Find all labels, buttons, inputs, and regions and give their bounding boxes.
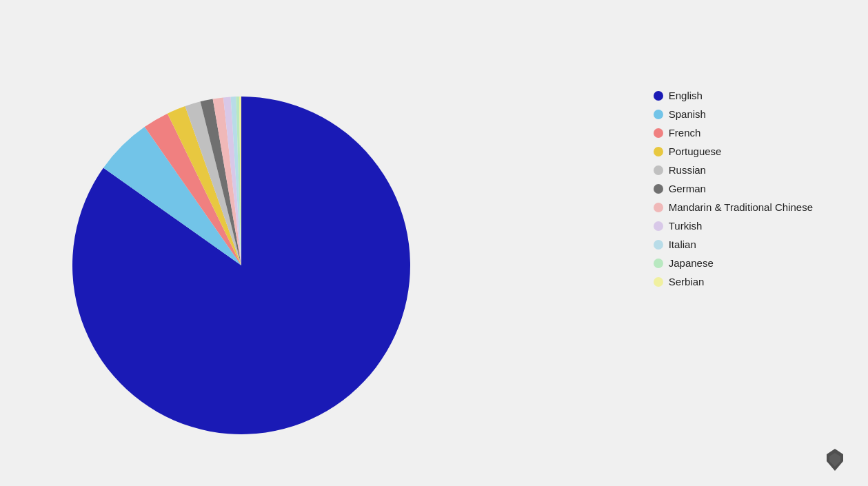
legend-label: German <box>669 183 706 194</box>
legend-area: EnglishSpanishFrenchPortugueseRussianGer… <box>654 90 813 287</box>
legend-item-italian: Italian <box>654 239 813 250</box>
legend-item-spanish: Spanish <box>654 108 813 120</box>
logo-icon <box>822 447 847 472</box>
chart-area: 346 (84.8%) <box>41 69 441 455</box>
legend-dot <box>654 165 663 175</box>
legend-item-portuguese: Portuguese <box>654 145 813 157</box>
legend-label: Portuguese <box>669 145 722 157</box>
legend-item-german: German <box>654 183 813 194</box>
legend-item-japanese: Japanese <box>654 257 813 269</box>
legend-label: French <box>669 127 701 139</box>
legend-item-russian: Russian <box>654 164 813 176</box>
legend-dot <box>654 240 663 250</box>
legend-dot <box>654 184 663 194</box>
legend-dot <box>654 128 663 138</box>
legend-dot <box>654 203 663 212</box>
legend-item-english: English <box>654 90 813 101</box>
legend-dot <box>654 277 663 287</box>
legend-dot <box>654 147 663 156</box>
legend-item-mandarin-&-traditional-chinese: Mandarin & Traditional Chinese <box>654 201 813 213</box>
legend-item-french: French <box>654 127 813 139</box>
legend-dot <box>654 91 663 101</box>
legend-item-turkish: Turkish <box>654 220 813 232</box>
legend-label: Turkish <box>669 220 703 232</box>
legend-label: Serbian <box>669 276 705 287</box>
legend-label: Mandarin & Traditional Chinese <box>669 201 813 213</box>
pie-chart: 346 (84.8%) <box>41 69 441 455</box>
legend-dot <box>654 259 663 268</box>
legend-dot <box>654 221 663 231</box>
legend-label: Italian <box>669 239 696 250</box>
legend-label: English <box>669 90 703 101</box>
legend-item-serbian: Serbian <box>654 276 813 287</box>
legend-label: Russian <box>669 164 706 176</box>
legend-label: Spanish <box>669 108 706 120</box>
legend-label: Japanese <box>669 257 714 269</box>
legend-dot <box>654 110 663 119</box>
